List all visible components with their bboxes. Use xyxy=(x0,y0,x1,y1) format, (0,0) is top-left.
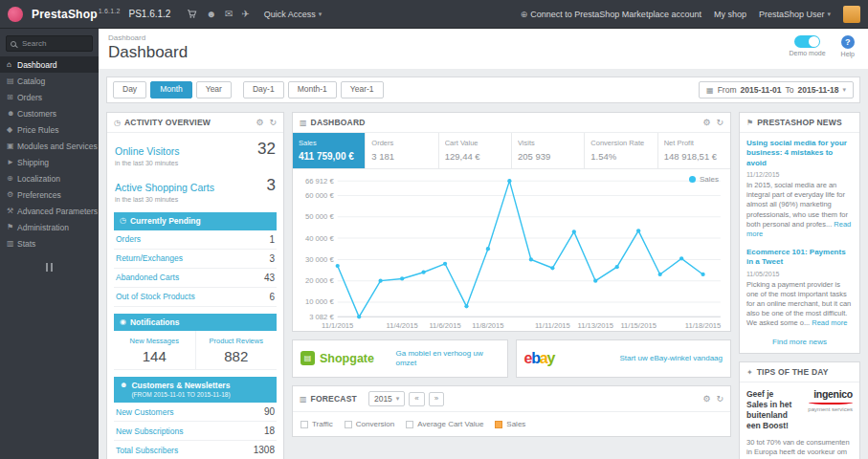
wrench-icon: ⚒ xyxy=(7,207,17,215)
chevron-down-icon: ▾ xyxy=(842,86,846,94)
stat-tile-net-profit[interactable]: Net Profit148 918,51 € xyxy=(658,133,730,168)
forecast-legend-traffic[interactable]: Traffic xyxy=(300,420,333,428)
filter-day-button[interactable]: Day xyxy=(113,81,146,98)
date-to-value: 2015-11-18 xyxy=(797,85,838,95)
demo-mode-toggle[interactable] xyxy=(794,35,820,48)
svg-text:11/15/2015: 11/15/2015 xyxy=(620,321,657,330)
main-content: Dashboard Dashboard Demo mode ? Help Day… xyxy=(99,0,868,459)
news-article-excerpt: In 2015, social media are an integral pa… xyxy=(746,181,853,239)
forecast-prev-button[interactable]: « xyxy=(409,392,424,406)
avatar[interactable] xyxy=(843,6,860,23)
refresh-icon[interactable]: ↻ xyxy=(716,119,723,127)
active-carts-link[interactable]: Active Shopping Carts xyxy=(115,182,214,193)
messages-mail-icon[interactable]: ✉ xyxy=(225,10,233,19)
truck-icon: ► xyxy=(7,158,17,166)
sidebar-item-dashboard[interactable]: ⌂Dashboard xyxy=(0,56,99,73)
my-shop-link[interactable]: My shop xyxy=(714,10,746,19)
sidebar-item-administration[interactable]: ⚑Administration xyxy=(0,219,99,235)
ebay-ad-link[interactable]: Start uw eBay-winkel vandaag xyxy=(619,354,723,363)
search-input[interactable] xyxy=(20,38,88,49)
customers-person-icon[interactable]: ☻ xyxy=(206,10,216,19)
settings-gear-icon[interactable]: ⚙ xyxy=(256,119,263,127)
stat-tile-visits[interactable]: Visits205 939 xyxy=(512,133,585,168)
filter-month-button[interactable]: Month xyxy=(150,81,192,98)
sidebar-item-advanced-parameters[interactable]: ⚒Advanced Parameters xyxy=(0,203,99,219)
filter-year-button[interactable]: Year xyxy=(196,81,232,98)
filter-year-1-button[interactable]: Year-1 xyxy=(341,81,384,98)
settings-gear-icon[interactable]: ⚙ xyxy=(702,395,710,404)
sidebar-collapse-button[interactable] xyxy=(0,263,99,272)
shop-name-link[interactable]: PS1.6.1.2 xyxy=(129,9,171,19)
news-article-title-link[interactable]: Ecommerce 101: Payments in a Tweet xyxy=(746,248,853,268)
sales-chart: 3 082 €10 000 €20 000 €30 000 €40 000 €5… xyxy=(295,171,728,331)
search-icon xyxy=(11,41,16,47)
shopgate-ad-panel: ▤ Shopgate Ga mobiel en verhoog uw omzet xyxy=(292,339,508,379)
prestashop-logo-icon[interactable] xyxy=(8,7,23,22)
filter-day-1-button[interactable]: Day-1 xyxy=(243,81,284,98)
forecast-legend-sales[interactable]: Sales xyxy=(495,420,525,428)
abandoned-carts-link[interactable]: Abandoned Carts xyxy=(116,273,179,282)
refresh-icon[interactable]: ↻ xyxy=(269,119,277,127)
forecast-year-select[interactable]: 2015▾ xyxy=(368,391,405,406)
online-visitors-link[interactable]: Online Visitors xyxy=(115,145,180,157)
sidebar-item-price-rules[interactable]: ◆Price Rules xyxy=(0,121,99,138)
person-icon: ☻ xyxy=(7,109,17,118)
sidebar-item-shipping[interactable]: ►Shipping xyxy=(0,154,99,170)
forecast-panel: ▥ FORECAST 2015▾ « » ⚙↻ Traffic Conversi xyxy=(292,385,731,437)
stat-tile-conversion-rate[interactable]: Conversion Rate1.54% xyxy=(585,133,657,168)
forecast-next-button[interactable]: » xyxy=(429,392,444,406)
out-of-stock-row: Out of Stock Products6 xyxy=(114,288,277,307)
read-more-link[interactable]: Read more xyxy=(812,318,847,327)
brand-name[interactable]: PrestaShop1.6.1.2 xyxy=(32,8,121,21)
globe-icon: ⊕ xyxy=(521,10,528,19)
stat-tile-orders[interactable]: Orders3 181 xyxy=(366,133,438,168)
chevron-down-icon: ▾ xyxy=(319,11,323,18)
settings-gear-icon[interactable]: ⚙ xyxy=(702,119,710,127)
forecast-legend-conversion[interactable]: Conversion xyxy=(345,420,394,428)
news-article-excerpt: Picking a payment provider is one of the… xyxy=(746,280,853,329)
refresh-icon[interactable]: ↻ xyxy=(716,395,723,404)
product-reviews-cell[interactable]: Product Reviews882 xyxy=(195,331,278,369)
new-subscriptions-link[interactable]: New Subscriptions xyxy=(116,426,183,436)
chevron-down-icon: ▾ xyxy=(396,395,400,403)
orders-cart-icon[interactable] xyxy=(187,9,197,19)
sidebar-item-catalog[interactable]: ▤Catalog xyxy=(0,73,99,89)
news-article: Using social media for your business: 4 … xyxy=(746,139,853,239)
sidebar-item-stats[interactable]: ▥Stats xyxy=(0,235,99,251)
bell-icon: ◉ xyxy=(120,317,126,327)
find-more-news-link[interactable]: Find more news xyxy=(746,337,853,346)
new-messages-cell[interactable]: New Messages144 xyxy=(114,331,195,369)
help-button[interactable]: ? xyxy=(841,35,855,49)
demo-mode-control: Demo mode xyxy=(789,35,825,56)
forecast-legend-average-cart-value[interactable]: Average Cart Value xyxy=(406,420,483,428)
news-article: Ecommerce 101: Payments in a Tweet 11/05… xyxy=(746,248,853,328)
date-range-button[interactable]: ▦ From 2015-11-01 To 2015-11-18 ▾ xyxy=(699,81,854,98)
clock-icon: ◷ xyxy=(120,216,126,226)
marketplace-link[interactable]: ⊕Connect to PrestaShop Marketplace accou… xyxy=(521,10,701,19)
filter-month-1-button[interactable]: Month-1 xyxy=(288,81,337,98)
out-of-stock-link[interactable]: Out of Stock Products xyxy=(116,292,195,301)
new-customers-link[interactable]: New Customers xyxy=(116,407,173,417)
stat-tile-cart-value[interactable]: Cart Value129,44 € xyxy=(439,133,512,168)
sidebar-item-orders[interactable]: ⊞Orders xyxy=(0,89,99,105)
stat-tile-sales[interactable]: Sales411 759,00 € xyxy=(293,133,366,168)
chart-legend[interactable]: Sales xyxy=(689,175,719,184)
sidebar-item-modules-and-services[interactable]: ▣Modules and Services xyxy=(0,138,99,154)
shopgate-ad-link[interactable]: Ga mobiel en verhoog uw omzet xyxy=(396,349,500,369)
svg-text:11/1/2015: 11/1/2015 xyxy=(322,321,353,330)
user-menu[interactable]: PrestaShop User▾ xyxy=(759,10,831,19)
pending-returns-link[interactable]: Return/Exchanges xyxy=(116,253,183,263)
pending-orders-link[interactable]: Orders xyxy=(116,234,141,244)
sidebar-item-customers[interactable]: ☻Customers xyxy=(0,105,99,121)
abandoned-carts-row: Abandoned Carts43 xyxy=(114,269,277,288)
rocket-icon[interactable]: ✈ xyxy=(241,10,249,19)
home-icon: ⌂ xyxy=(7,60,17,69)
quick-access-menu[interactable]: Quick Access▾ xyxy=(264,10,323,19)
stats-icon: ▥ xyxy=(7,239,17,248)
total-subscribers-link[interactable]: Total Subscribers xyxy=(116,446,178,455)
date-from-value: 2015-11-01 xyxy=(740,85,781,95)
news-article-title-link[interactable]: Using social media for your business: 4 … xyxy=(746,139,853,168)
sidebar-item-preferences[interactable]: ⚙Preferences xyxy=(0,186,99,203)
sidebar-item-localization[interactable]: ⊕Localization xyxy=(0,170,99,186)
sidebar: ⌂Dashboard ▤Catalog ⊞Orders ☻Customers ◆… xyxy=(0,29,99,459)
